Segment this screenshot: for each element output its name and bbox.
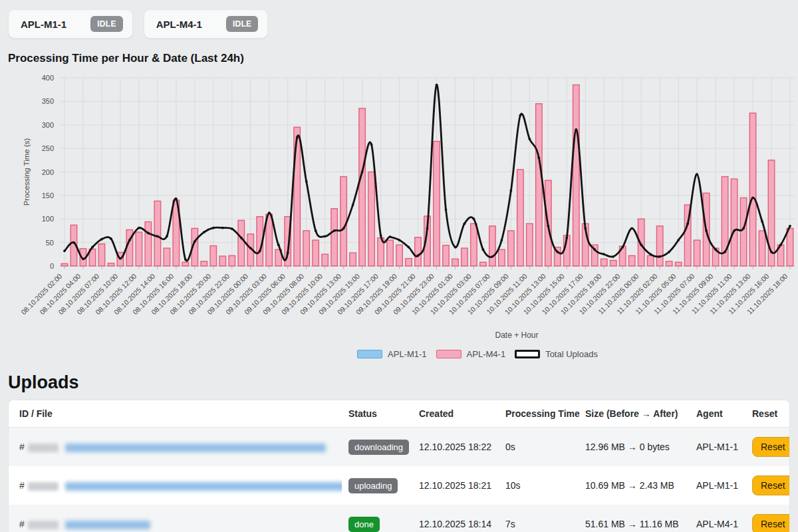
- table-row: #uploading12.10.2025 18:2110s10.69 MB → …: [9, 466, 789, 505]
- col-header-id-file: ID / File: [9, 400, 342, 428]
- uploads-table-card: ID / File Status Created Processing Time…: [8, 400, 790, 532]
- cell-size: 51.61 MB → 11.16 MB: [579, 505, 690, 532]
- cell-size: 12.96 MB → 0 bytes: [579, 428, 690, 467]
- reset-button[interactable]: Reset: [752, 437, 789, 457]
- agent-name: APL-M4-1: [156, 19, 202, 30]
- cell-processing-time: 0s: [499, 428, 579, 467]
- cell-agent: APL-M1-1: [690, 428, 745, 467]
- legend-label: APL-M4-1: [467, 349, 506, 359]
- cell-agent: APL-M1-1: [690, 466, 745, 505]
- status-badge: downloading: [348, 440, 409, 455]
- svg-text:400: 400: [42, 74, 54, 82]
- cell-status: downloading: [342, 428, 412, 467]
- svg-text:200: 200: [42, 168, 54, 176]
- cell-created: 12.10.2025 18:22: [412, 428, 499, 467]
- id-hash: #: [19, 442, 25, 452]
- legend-swatch: [515, 350, 540, 358]
- legend-label: APL-M1-1: [388, 349, 427, 359]
- table-row: #downloading12.10.2025 18:220s12.96 MB →…: [9, 428, 789, 467]
- agent-status-badge: IDLE: [226, 16, 259, 32]
- file-link-redacted[interactable]: [65, 482, 342, 491]
- status-badge: uploading: [348, 478, 398, 493]
- agent-cards: APL-M1-1 IDLE APL-M4-1 IDLE: [0, 0, 798, 39]
- svg-text:50: 50: [46, 239, 54, 247]
- id-hash: #: [19, 519, 25, 529]
- col-header-processing-time: Processing Time: [499, 400, 579, 428]
- cell-status: done: [342, 505, 412, 532]
- cell-status: uploading: [342, 466, 412, 505]
- cell-processing-time: 10s: [499, 466, 579, 505]
- agent-card-apl-m1-1[interactable]: APL-M1-1 IDLE: [8, 9, 133, 39]
- legend-item-apl-m4-1[interactable]: APL-M4-1: [436, 349, 506, 359]
- upload-id-redacted: [28, 521, 59, 529]
- uploads-table: ID / File Status Created Processing Time…: [9, 400, 789, 532]
- cell-reset: Reset: [745, 466, 789, 505]
- svg-text:350: 350: [42, 97, 54, 105]
- cell-processing-time: 7s: [499, 505, 579, 532]
- status-badge: done: [348, 517, 380, 532]
- legend-item-total-uploads[interactable]: Total Uploads: [515, 349, 598, 359]
- table-row: #done12.10.2025 18:147s51.61 MB → 11.16 …: [9, 505, 789, 532]
- legend-swatch: [436, 350, 462, 358]
- col-header-reset: Reset: [745, 400, 789, 428]
- cell-agent: APL-M4-1: [690, 505, 745, 532]
- chart-legend: APL-M1-1APL-M4-1Total Uploads: [82, 344, 798, 363]
- legend-item-apl-m1-1[interactable]: APL-M1-1: [357, 349, 427, 359]
- uploads-heading: Uploads: [8, 372, 798, 393]
- upload-id-redacted: [28, 482, 59, 491]
- reset-button[interactable]: Reset: [752, 514, 789, 532]
- id-hash: #: [19, 480, 25, 491]
- cell-id-file: #: [9, 505, 342, 532]
- processing-time-chart: 05010015020025030035040008.10.2025 02:00…: [8, 66, 798, 344]
- col-header-size: Size (Before → After): [579, 400, 690, 428]
- col-header-created: Created: [412, 400, 499, 428]
- legend-label: Total Uploads: [545, 349, 598, 359]
- x-axis-title: Date + Hour: [495, 331, 538, 340]
- y-axis-title: Processing Time (s): [23, 138, 31, 206]
- file-link-redacted[interactable]: [65, 444, 326, 452]
- cell-created: 12.10.2025 18:14: [412, 505, 499, 532]
- chart-title: Processing Time per Hour & Date (Last 24…: [8, 52, 798, 65]
- legend-swatch: [357, 350, 382, 358]
- cell-created: 12.10.2025 18:21: [412, 466, 499, 505]
- col-header-status: Status: [342, 400, 412, 428]
- agent-status-badge: IDLE: [90, 16, 123, 32]
- chart-canvas: 05010015020025030035040008.10.2025 02:00…: [8, 66, 798, 344]
- svg-text:250: 250: [42, 144, 54, 152]
- upload-id-redacted: [28, 444, 59, 452]
- cell-size: 10.69 MB → 2.43 MB: [579, 466, 690, 505]
- col-header-agent: Agent: [690, 400, 745, 428]
- svg-text:300: 300: [42, 121, 54, 129]
- svg-text:100: 100: [42, 215, 54, 223]
- cell-id-file: #: [9, 428, 342, 467]
- agent-card-apl-m4-1[interactable]: APL-M4-1 IDLE: [144, 9, 269, 39]
- cell-id-file: #: [9, 466, 342, 505]
- cell-reset: Reset: [745, 505, 789, 532]
- svg-text:0: 0: [50, 262, 54, 270]
- svg-text:150: 150: [42, 192, 54, 200]
- agent-name: APL-M1-1: [21, 19, 66, 30]
- file-link-redacted[interactable]: [65, 521, 150, 529]
- reset-button[interactable]: Reset: [752, 475, 789, 495]
- uploads-table-body: #downloading12.10.2025 18:220s12.96 MB →…: [9, 428, 789, 532]
- cell-reset: Reset: [745, 428, 789, 467]
